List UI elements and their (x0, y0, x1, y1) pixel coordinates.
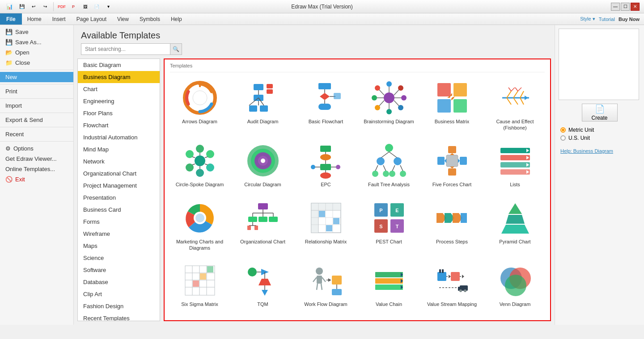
svg-rect-97 (448, 146, 456, 153)
options-action[interactable]: ⚙ Options (0, 143, 73, 154)
template-lists[interactable]: Lists (485, 139, 545, 193)
basic-flowchart-name: Basic Flowchart (309, 118, 343, 125)
template-audit-diagram[interactable]: Audit Diagram (233, 76, 292, 135)
help-link[interactable]: Help: Business Diagram (559, 146, 640, 155)
doc-btn[interactable]: 📄 (92, 2, 102, 12)
cat-basic-diagram[interactable]: Basic Diagram (78, 59, 160, 71)
template-circle-spoke[interactable]: Circle-Spoke Diagram (170, 139, 229, 193)
menu-style-btn[interactable]: Style ▾ (580, 16, 595, 22)
template-five-forces[interactable]: Five Forces Chart (422, 139, 482, 193)
redo-btn[interactable]: ↪ (40, 2, 50, 12)
metric-unit-radio[interactable] (560, 127, 566, 133)
import-action[interactable]: Import (0, 100, 73, 111)
template-circular-diagram[interactable]: Circular Diagram (233, 139, 292, 193)
template-process-steps[interactable]: Process Steps (422, 196, 482, 255)
template-basic-flowchart[interactable]: Basic Flowchart (296, 76, 356, 135)
template-venn-diagram[interactable]: Venn Diagram (485, 259, 545, 312)
svg-point-167 (248, 268, 257, 276)
menu-help[interactable]: Help (165, 13, 187, 25)
menu-tutorial-btn[interactable]: Tutorial (599, 17, 615, 22)
save-quick-btn[interactable]: 💾 (17, 2, 27, 12)
undo-btn[interactable]: ↩ (29, 2, 38, 12)
close-btn[interactable]: ✕ (631, 3, 640, 11)
menu-buynow-btn[interactable]: Buy Now (619, 17, 640, 22)
template-tqm[interactable]: TQM (233, 259, 292, 312)
close-action[interactable]: 📁 Close (0, 58, 73, 68)
template-workflow[interactable]: Work Flow Diagram (296, 259, 356, 312)
get-viewer-action[interactable]: Get Edraw Viewer... (0, 154, 73, 164)
svg-marker-173 (262, 290, 268, 296)
saveas-label: Save As... (15, 39, 42, 46)
cat-clip-art[interactable]: Clip Art (78, 288, 160, 300)
cat-mind-map[interactable]: Mind Map (78, 143, 160, 155)
cat-presentation[interactable]: Presentation (78, 192, 160, 204)
pdf-btn[interactable]: PDF (57, 2, 67, 12)
template-brainstorming[interactable]: Brainstorming Diagram (359, 76, 419, 135)
export-action[interactable]: Export & Send (0, 115, 73, 125)
exit-label: Exit (15, 176, 25, 183)
cat-chart[interactable]: Chart (78, 83, 160, 95)
template-fault-tree[interactable]: Fault Tree Analysis (359, 139, 419, 193)
cat-database[interactable]: Database (78, 276, 160, 288)
search-button[interactable]: 🔍 (170, 43, 182, 55)
cat-wireframe[interactable]: Wireframe (78, 228, 160, 240)
menu-insert[interactable]: Insert (47, 13, 71, 25)
cat-network[interactable]: Network (78, 155, 160, 167)
template-pest-chart[interactable]: P E S T PEST Chart (359, 196, 419, 255)
template-cause-effect[interactable]: Cause and Effect (Fishbone) (485, 76, 545, 135)
cat-fashion-design[interactable]: Fashion Design (78, 300, 160, 312)
dropdown-btn[interactable]: ▾ (103, 2, 113, 12)
cat-business-card[interactable]: Business Card (78, 204, 160, 216)
template-marketing-charts[interactable]: Marketing Charts and Diagrams (170, 196, 229, 255)
online-templates-action[interactable]: Online Templates... (0, 164, 73, 174)
template-epc[interactable]: EPC (296, 139, 356, 193)
save-action[interactable]: 💾 Save (0, 27, 73, 37)
cat-project-mgmt[interactable]: Project Management (78, 180, 160, 192)
template-value-stream[interactable]: Value Stream Mapping (422, 259, 482, 312)
svg-line-22 (379, 89, 384, 95)
cat-software[interactable]: Software (78, 264, 160, 276)
us-unit-radio[interactable] (560, 135, 566, 141)
cat-flowchart[interactable]: Flowchart (78, 119, 160, 131)
search-input[interactable] (81, 43, 170, 55)
menu-view[interactable]: View (112, 13, 134, 25)
cat-org-chart[interactable]: Organizational Chart (78, 167, 160, 180)
cause-effect-icon (497, 80, 533, 116)
saveas-action[interactable]: 💾 Save As... (0, 37, 73, 47)
cat-floor-plans[interactable]: Floor Plans (78, 107, 160, 119)
menu-page-layout[interactable]: Page Layout (71, 13, 112, 25)
create-button[interactable]: 📄 Create (582, 104, 618, 121)
open-action[interactable]: 📂 Open (0, 47, 73, 58)
us-unit-option[interactable]: U.S. Unit (560, 135, 639, 141)
cat-forms[interactable]: Forms (78, 216, 160, 228)
template-business-matrix[interactable]: Business Matrix (422, 76, 482, 135)
ppt-btn[interactable]: P (68, 2, 78, 12)
cat-maps[interactable]: Maps (78, 240, 160, 252)
template-six-sigma[interactable]: Six Sigma Matrix (170, 259, 229, 312)
template-value-chain[interactable]: Value Chain (359, 259, 419, 312)
svg-point-83 (385, 144, 393, 152)
cat-engineering[interactable]: Engineering (78, 95, 160, 107)
new-action[interactable]: New (0, 72, 73, 82)
minimize-btn[interactable]: — (611, 3, 620, 11)
template-arrows-diagram[interactable]: Arrows Diagram (170, 76, 229, 135)
pest-chart-icon: P E S T (371, 200, 407, 236)
template-relationship-matrix[interactable]: Relationship Matrix (296, 196, 356, 255)
template-org-chart[interactable]: Organizational Chart (233, 196, 292, 255)
img-btn[interactable]: 🖼 (80, 2, 90, 12)
metric-unit-option[interactable]: Metric Unit (560, 127, 639, 133)
menu-symbols[interactable]: Symbols (134, 13, 165, 25)
template-pyramid-chart[interactable]: Pyramid Chart (485, 196, 545, 255)
cat-science[interactable]: Science (78, 252, 160, 264)
sidebar-divider-5 (0, 127, 73, 127)
cat-business-diagram[interactable]: Business Diagram (78, 71, 160, 83)
menu-file[interactable]: File (0, 13, 22, 25)
svg-rect-193 (442, 269, 444, 273)
recent-action[interactable]: Recent (0, 129, 73, 139)
menu-home[interactable]: Home (22, 13, 47, 25)
print-action[interactable]: Print (0, 86, 73, 96)
cat-recent-templates[interactable]: Recent Templates (78, 312, 160, 321)
maximize-btn[interactable]: ☐ (621, 3, 630, 11)
cat-industrial-automation[interactable]: Industrial Automation (78, 131, 160, 143)
exit-action[interactable]: 🚫 Exit (0, 174, 73, 184)
